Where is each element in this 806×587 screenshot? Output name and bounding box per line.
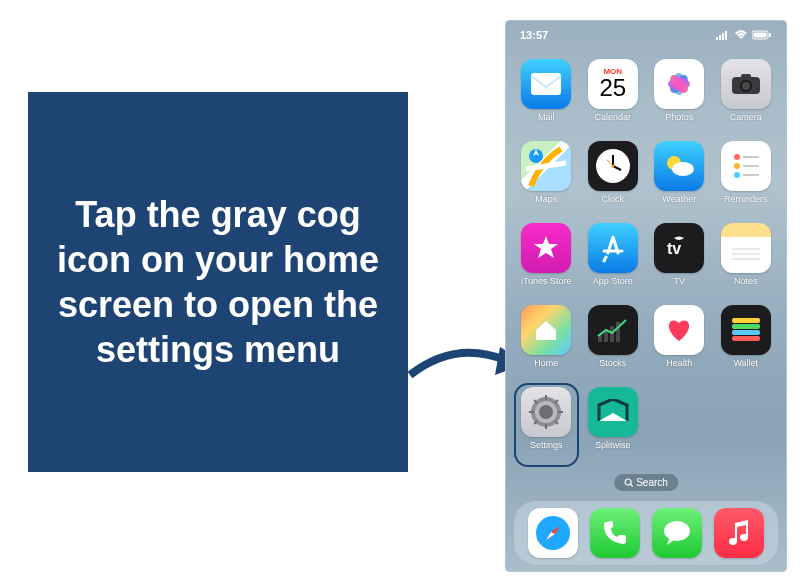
status-bar: 13:57: [506, 21, 786, 45]
search-icon: [624, 478, 633, 487]
app-label: Settings: [530, 440, 563, 450]
app-label: Clock: [601, 194, 624, 204]
app-label: App Store: [593, 276, 633, 286]
app-clock[interactable]: Clock: [585, 141, 642, 217]
instruction-callout: Tap the gray cog icon on your home scree…: [28, 92, 408, 472]
svg-point-48: [539, 405, 553, 419]
app-label: Mail: [538, 112, 555, 122]
app-photos[interactable]: Photos: [651, 59, 708, 135]
app-label: Home: [534, 358, 558, 368]
app-camera[interactable]: Camera: [718, 59, 775, 135]
svg-rect-0: [716, 37, 718, 40]
svg-rect-17: [741, 74, 751, 79]
app-label: Notes: [734, 276, 758, 286]
svg-rect-5: [754, 33, 767, 38]
photos-icon: [654, 59, 704, 109]
svg-point-61: [664, 521, 690, 541]
mail-icon: [521, 59, 571, 109]
app-label: Maps: [535, 194, 557, 204]
weather-icon: [654, 141, 704, 191]
app-stocks[interactable]: Stocks: [585, 305, 642, 381]
reminders-icon: [721, 141, 771, 191]
maps-icon: [521, 141, 571, 191]
dock-app-music[interactable]: [714, 508, 764, 558]
app-wallet[interactable]: Wallet: [718, 305, 775, 381]
search-button[interactable]: Search: [614, 474, 678, 491]
app-label: iTunes Store: [521, 276, 572, 286]
settings-icon: [521, 387, 571, 437]
app-label: Calendar: [594, 112, 631, 122]
app-tv[interactable]: tv TV: [651, 223, 708, 299]
iphone-home-screen: 13:57 Mail MON 25 Calendar: [505, 20, 787, 572]
app-grid: Mail MON 25 Calendar Photos Camera: [506, 45, 786, 463]
wifi-icon: [734, 30, 748, 40]
svg-point-29: [734, 163, 740, 169]
battery-icon: [752, 30, 772, 40]
svg-text:tv: tv: [667, 240, 681, 257]
app-label: Reminders: [724, 194, 768, 204]
svg-rect-7: [531, 73, 561, 95]
tv-icon: tv: [654, 223, 704, 273]
svg-line-58: [630, 484, 632, 486]
app-home[interactable]: Home: [518, 305, 575, 381]
clock-icon: [588, 141, 638, 191]
svg-point-28: [734, 154, 740, 160]
dock: [514, 501, 778, 565]
app-maps[interactable]: Maps: [518, 141, 575, 217]
app-settings[interactable]: Settings: [514, 383, 579, 467]
svg-point-19: [742, 82, 750, 90]
signal-icon: [716, 30, 730, 40]
app-reminders[interactable]: Reminders: [718, 141, 775, 217]
svg-rect-45: [732, 336, 760, 341]
app-label: Stocks: [599, 358, 626, 368]
camera-icon: [721, 59, 771, 109]
app-label: Photos: [665, 112, 693, 122]
app-calendar[interactable]: MON 25 Calendar: [585, 59, 642, 135]
app-splitwise[interactable]: Splitwise: [585, 387, 642, 463]
stocks-icon: [588, 305, 638, 355]
itunes-store-icon: [521, 223, 571, 273]
health-icon: [654, 305, 704, 355]
app-mail[interactable]: Mail: [518, 59, 575, 135]
app-label: TV: [673, 276, 685, 286]
app-health[interactable]: Health: [651, 305, 708, 381]
status-right: [716, 30, 772, 40]
app-itunes-store[interactable]: iTunes Store: [518, 223, 575, 299]
app-label: Wallet: [733, 358, 758, 368]
dock-app-safari[interactable]: [528, 508, 578, 558]
splitwise-icon: [588, 387, 638, 437]
svg-rect-2: [722, 33, 724, 40]
app-label: Health: [666, 358, 692, 368]
svg-rect-44: [732, 330, 760, 335]
svg-rect-3: [725, 31, 727, 40]
app-weather[interactable]: Weather: [651, 141, 708, 217]
app-label: Camera: [730, 112, 762, 122]
svg-rect-6: [769, 33, 771, 37]
svg-point-25: [611, 165, 614, 168]
calendar-icon: MON 25: [588, 59, 638, 109]
svg-point-57: [625, 479, 631, 485]
app-store-icon: [588, 223, 638, 273]
wallet-icon: [721, 305, 771, 355]
calendar-day: 25: [599, 76, 626, 100]
app-label: Splitwise: [595, 440, 631, 450]
search-label: Search: [636, 477, 668, 488]
home-icon: [521, 305, 571, 355]
app-label: Weather: [662, 194, 696, 204]
svg-rect-1: [719, 35, 721, 40]
status-time: 13:57: [520, 29, 548, 41]
dock-app-messages[interactable]: [652, 508, 702, 558]
app-notes[interactable]: Notes: [718, 223, 775, 299]
svg-point-30: [734, 172, 740, 178]
svg-point-27: [672, 162, 694, 176]
svg-rect-43: [732, 324, 760, 329]
notes-icon: [721, 223, 771, 273]
app-app-store[interactable]: App Store: [585, 223, 642, 299]
dock-app-phone[interactable]: [590, 508, 640, 558]
instruction-text: Tap the gray cog icon on your home scree…: [46, 192, 390, 372]
svg-rect-42: [732, 318, 760, 323]
